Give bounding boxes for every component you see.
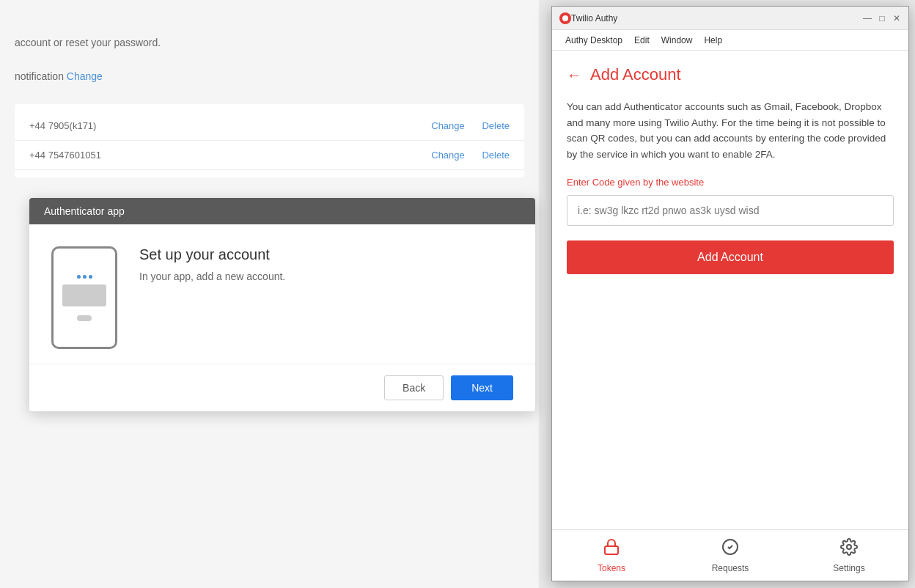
dot-3	[89, 275, 92, 279]
phone-row-2: +44 7547601051 Change Delete	[15, 141, 524, 170]
phone-1-change[interactable]: Change	[431, 120, 465, 131]
phone-table: +44 7905(k171) Change Delete +44 7547601…	[15, 104, 524, 177]
close-button[interactable]: ✕	[892, 14, 901, 23]
dot-1	[77, 275, 81, 279]
next-button[interactable]: Next	[451, 375, 513, 400]
auth-modal-text: Set up your account In your app, add a n…	[139, 246, 285, 282]
authy-header: ← Add Account	[567, 65, 894, 84]
title-bar-controls: — □ ✕	[863, 14, 901, 23]
title-bar: Twilio Authy — □ ✕	[552, 7, 908, 30]
menu-authy-desktop[interactable]: Authy Desktop	[559, 32, 628, 48]
menu-window[interactable]: Window	[655, 32, 699, 48]
back-arrow-icon[interactable]: ←	[567, 67, 581, 84]
phone-2-change[interactable]: Change	[431, 150, 465, 161]
menu-bar: Authy Desktop Edit Window Help	[552, 30, 908, 51]
phone-1-actions: Change Delete	[416, 120, 510, 131]
phone-illustration	[51, 246, 117, 349]
auth-modal-description: In your app, add a new account.	[139, 271, 285, 282]
svg-point-0	[562, 15, 568, 21]
requests-label: Requests	[712, 563, 749, 573]
checkmark-icon	[721, 538, 739, 560]
phone-number-1: +44 7905(k171)	[29, 120, 96, 131]
phone-2-actions: Change Delete	[416, 150, 510, 161]
nav-requests[interactable]: Requests	[671, 530, 790, 581]
phone-1-delete[interactable]: Delete	[482, 120, 510, 131]
authy-content: ← Add Account You can add Authenticator …	[552, 51, 908, 529]
authy-navigation: Tokens Requests Settings	[552, 529, 908, 581]
title-bar-title: Twilio Authy	[571, 13, 863, 23]
minimize-button[interactable]: —	[863, 14, 872, 23]
authy-logo	[559, 12, 571, 24]
gear-icon	[840, 538, 858, 560]
dot-2	[83, 275, 87, 279]
bg-notification: notification Change	[15, 70, 524, 82]
auth-modal-header: Authenticator app	[29, 198, 535, 224]
phone-number-2: +44 7547601051	[29, 150, 101, 161]
phone-2-delete[interactable]: Delete	[482, 150, 510, 161]
back-button[interactable]: Back	[384, 375, 444, 400]
notification-label: notification	[15, 70, 64, 82]
authenticator-modal: Authenticator app Set up your account In…	[29, 198, 535, 411]
add-account-button[interactable]: Add Account	[567, 240, 894, 274]
menu-edit[interactable]: Edit	[628, 32, 655, 48]
auth-modal-footer: Back Next	[29, 364, 535, 411]
authy-window: Twilio Authy — □ ✕ Authy Desktop Edit Wi…	[551, 6, 909, 581]
nav-tokens[interactable]: Tokens	[552, 530, 671, 581]
authy-description: You can add Authenticator accounts such …	[567, 99, 894, 162]
maximize-button[interactable]: □	[878, 14, 886, 23]
phone-screen	[62, 284, 106, 306]
phone-home-button	[77, 315, 92, 321]
authy-page-title: Add Account	[590, 65, 681, 84]
lock-icon	[603, 538, 620, 560]
nav-settings[interactable]: Settings	[790, 530, 908, 581]
svg-rect-1	[605, 546, 618, 554]
signal-dots	[77, 275, 92, 279]
tokens-label: Tokens	[598, 563, 625, 573]
code-label: Enter Code given by the website	[567, 177, 894, 188]
menu-help[interactable]: Help	[698, 32, 728, 48]
phone-row-1: +44 7905(k171) Change Delete	[15, 111, 524, 141]
change-notification-link[interactable]: Change	[67, 70, 103, 82]
bg-text: account or reset your password.	[15, 37, 524, 48]
svg-point-3	[847, 545, 851, 549]
code-input[interactable]	[567, 195, 894, 226]
settings-label: Settings	[833, 563, 864, 573]
auth-modal-heading: Set up your account	[139, 246, 285, 263]
auth-modal-body: Set up your account In your app, add a n…	[29, 224, 535, 364]
